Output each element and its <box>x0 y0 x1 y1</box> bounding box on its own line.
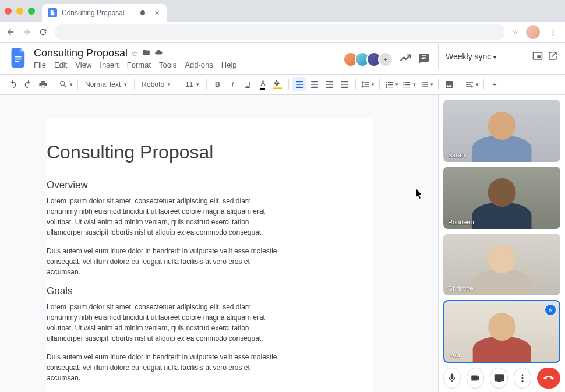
participant-name: Rondeep <box>448 218 474 225</box>
menu-format[interactable]: Format <box>127 61 151 69</box>
align-center-button[interactable] <box>308 77 322 91</box>
svg-point-6 <box>521 374 523 376</box>
menu-view[interactable]: View <box>75 61 91 69</box>
line-spacing-button[interactable] <box>359 77 376 91</box>
bookmark-star-icon[interactable]: ☆ <box>512 27 519 36</box>
align-right-button[interactable] <box>323 77 337 91</box>
meet-controls <box>439 363 565 392</box>
comments-icon[interactable] <box>418 53 430 66</box>
browser-menu-button[interactable]: ⋮ <box>547 27 559 36</box>
back-button[interactable] <box>6 27 15 37</box>
svg-point-3 <box>404 82 405 83</box>
doc-paragraph[interactable]: Duis autem vel eum iriure dolor in hendr… <box>47 246 280 277</box>
activity-icon[interactable] <box>399 53 412 66</box>
formatting-toolbar: Normal text Roboto 11 B I U A <box>0 74 565 95</box>
tab-title: Consulting Proposal <box>62 9 124 17</box>
more-formatting-button[interactable] <box>464 77 480 91</box>
meet-side-panel: SarahRondeepChristineYou <box>438 95 565 392</box>
zoom-dropdown[interactable] <box>58 77 74 91</box>
svg-point-4 <box>404 84 405 86</box>
browser-profile-avatar[interactable] <box>526 25 540 39</box>
checklist-button[interactable] <box>383 77 400 91</box>
font-dropdown[interactable]: Roboto <box>138 80 174 89</box>
picture-in-picture-icon[interactable] <box>532 51 543 63</box>
move-document-icon[interactable] <box>142 48 150 58</box>
leave-call-button[interactable] <box>537 368 560 389</box>
video-tile[interactable]: Sarah <box>443 100 560 162</box>
paragraph-style-dropdown[interactable]: Normal text <box>82 80 130 89</box>
italic-button[interactable]: I <box>225 77 239 91</box>
document-page[interactable]: Consulting Proposal OverviewLorem ipsum … <box>47 118 373 392</box>
meet-title-dropdown[interactable]: Weekly sync <box>446 52 496 61</box>
menu-addons[interactable]: Add-ons <box>185 61 213 69</box>
browser-tab[interactable]: Consulting Proposal × <box>42 4 167 22</box>
mute-mic-button[interactable] <box>443 368 461 389</box>
doc-heading-1[interactable]: Consulting Proposal <box>47 142 373 163</box>
participant-name: Sarah <box>448 151 465 158</box>
forward-button[interactable] <box>22 27 31 37</box>
menubar: File Edit View Insert Format Tools Add-o… <box>34 61 347 69</box>
doc-paragraph[interactable]: Lorem ipsum dolor sit amet, consectetuer… <box>47 196 280 238</box>
present-screen-button[interactable] <box>490 368 507 389</box>
doc-paragraph[interactable]: Duis autem vel eum iriure dolor in hendr… <box>47 352 280 383</box>
doc-heading-2[interactable]: Overview <box>47 179 373 191</box>
speaking-indicator-icon <box>545 305 556 315</box>
svg-point-8 <box>521 380 523 382</box>
doc-paragraph[interactable]: Lorem ipsum dolor sit amet, consectetuer… <box>47 302 280 344</box>
minimize-window-button[interactable] <box>16 8 23 15</box>
docs-favicon-icon <box>48 8 57 17</box>
collaborator-avatars[interactable]: + <box>347 52 393 67</box>
close-window-button[interactable] <box>5 8 12 15</box>
insert-image-button[interactable] <box>442 77 456 91</box>
menu-edit[interactable]: Edit <box>54 61 67 69</box>
print-button[interactable] <box>36 77 50 91</box>
svg-rect-2 <box>15 61 19 62</box>
window-controls <box>5 8 35 15</box>
video-tile[interactable]: Christine <box>443 234 560 296</box>
reload-button[interactable] <box>38 27 48 37</box>
svg-rect-1 <box>15 59 21 60</box>
video-tile[interactable]: You <box>443 300 560 363</box>
menu-help[interactable]: Help <box>221 61 237 69</box>
menu-file[interactable]: File <box>34 61 46 69</box>
video-tile[interactable]: Rondeep <box>443 167 560 229</box>
redo-button[interactable] <box>21 77 35 91</box>
svg-point-7 <box>521 377 523 379</box>
numbered-list-button[interactable] <box>418 77 435 91</box>
bullet-list-button[interactable] <box>401 77 417 91</box>
underline-button[interactable]: U <box>241 77 255 91</box>
document-canvas[interactable]: Consulting Proposal OverviewLorem ipsum … <box>0 95 438 392</box>
star-document-icon[interactable]: ☆ <box>131 49 139 58</box>
browser-toolbar: ☆ ⋮ <box>0 22 565 43</box>
svg-point-5 <box>404 87 405 88</box>
address-bar[interactable] <box>55 24 505 40</box>
collaborator-overflow[interactable]: + <box>378 52 393 67</box>
open-external-icon[interactable] <box>548 51 558 63</box>
menu-insert[interactable]: Insert <box>100 61 119 69</box>
browser-tab-strip: Consulting Proposal × <box>0 0 565 22</box>
undo-button[interactable] <box>6 77 20 91</box>
align-justify-button[interactable] <box>338 77 352 91</box>
unsaved-indicator-icon <box>140 10 145 15</box>
menu-tools[interactable]: Tools <box>159 61 176 69</box>
docs-logo-icon[interactable] <box>8 47 29 68</box>
cloud-status-icon[interactable] <box>154 48 163 58</box>
doc-heading-2[interactable]: Goals <box>47 285 373 297</box>
text-color-button[interactable]: A <box>256 77 270 91</box>
meet-video-grid: SarahRondeepChristineYou <box>439 95 565 363</box>
highlight-color-button[interactable] <box>271 77 285 91</box>
document-title[interactable]: Consulting Proposal <box>34 47 128 59</box>
font-size-dropdown[interactable]: 11 <box>182 80 203 89</box>
more-options-button[interactable] <box>514 368 531 389</box>
participant-name: You <box>449 351 460 358</box>
tab-close-button[interactable]: × <box>154 8 159 17</box>
bold-button[interactable]: B <box>210 77 224 91</box>
maximize-window-button[interactable] <box>28 8 35 15</box>
collapse-toolbar-button[interactable] <box>488 77 502 91</box>
align-left-button[interactable] <box>292 77 306 91</box>
toggle-camera-button[interactable] <box>467 368 484 389</box>
participant-name: Christine <box>448 285 473 292</box>
svg-rect-0 <box>15 56 21 58</box>
